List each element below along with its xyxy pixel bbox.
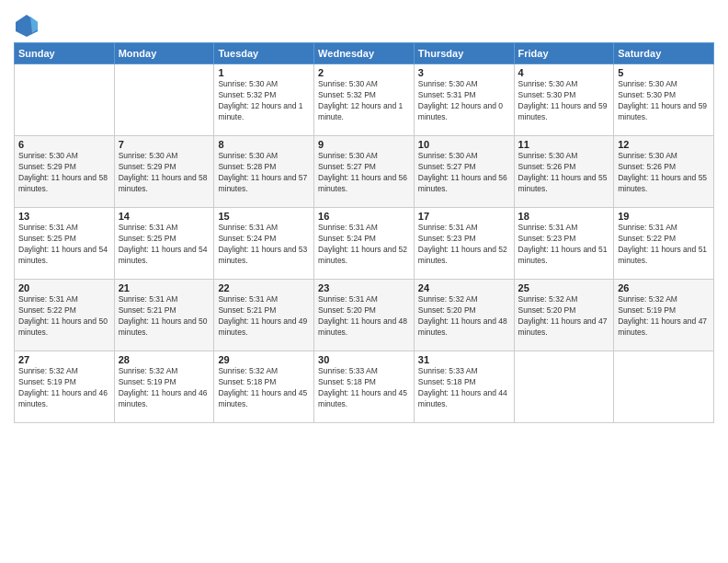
weekday-header-thursday: Thursday xyxy=(414,43,514,64)
day-info: Sunrise: 5:31 AMSunset: 5:21 PMDaylight:… xyxy=(119,294,210,339)
day-number: 10 xyxy=(418,139,510,150)
day-info: Sunrise: 5:33 AMSunset: 5:18 PMDaylight:… xyxy=(318,366,410,410)
day-info: Sunrise: 5:30 AMSunset: 5:30 PMDaylight:… xyxy=(618,79,710,123)
week-row-4: 20Sunrise: 5:31 AMSunset: 5:22 PMDayligh… xyxy=(15,280,714,351)
day-number: 23 xyxy=(318,282,410,293)
calendar-cell: 15Sunrise: 5:31 AMSunset: 5:24 PMDayligh… xyxy=(214,208,314,280)
calendar-cell: 16Sunrise: 5:31 AMSunset: 5:24 PMDayligh… xyxy=(314,208,415,280)
page-container: SundayMondayTuesdayWednesdayThursdayFrid… xyxy=(0,0,728,432)
day-number: 19 xyxy=(618,211,710,222)
day-number: 3 xyxy=(418,67,510,78)
calendar-cell: 1Sunrise: 5:30 AMSunset: 5:32 PMDaylight… xyxy=(214,64,314,136)
day-info: Sunrise: 5:31 AMSunset: 5:25 PMDaylight:… xyxy=(119,223,210,267)
day-info: Sunrise: 5:32 AMSunset: 5:18 PMDaylight:… xyxy=(218,366,310,410)
calendar-cell: 12Sunrise: 5:30 AMSunset: 5:26 PMDayligh… xyxy=(614,136,714,208)
day-number: 14 xyxy=(119,211,210,222)
day-number: 5 xyxy=(618,67,710,78)
day-number: 26 xyxy=(618,282,710,293)
day-number: 16 xyxy=(318,211,410,222)
calendar-cell xyxy=(114,64,214,136)
day-info: Sunrise: 5:32 AMSunset: 5:20 PMDaylight:… xyxy=(518,294,610,339)
day-number: 2 xyxy=(318,67,410,78)
weekday-header-friday: Friday xyxy=(514,43,614,64)
calendar-cell: 20Sunrise: 5:31 AMSunset: 5:22 PMDayligh… xyxy=(15,280,115,351)
calendar-cell: 24Sunrise: 5:32 AMSunset: 5:20 PMDayligh… xyxy=(414,280,514,351)
week-row-2: 6Sunrise: 5:30 AMSunset: 5:29 PMDaylight… xyxy=(15,136,714,208)
calendar-table: SundayMondayTuesdayWednesdayThursdayFrid… xyxy=(14,42,714,423)
day-info: Sunrise: 5:30 AMSunset: 5:28 PMDaylight:… xyxy=(218,151,310,195)
day-number: 9 xyxy=(318,139,410,150)
day-number: 29 xyxy=(218,354,310,365)
calendar-cell: 7Sunrise: 5:30 AMSunset: 5:29 PMDaylight… xyxy=(114,136,214,208)
day-info: Sunrise: 5:32 AMSunset: 5:20 PMDaylight:… xyxy=(418,294,510,339)
day-number: 22 xyxy=(218,282,310,293)
day-info: Sunrise: 5:30 AMSunset: 5:31 PMDaylight:… xyxy=(418,79,510,123)
day-info: Sunrise: 5:32 AMSunset: 5:19 PMDaylight:… xyxy=(618,294,710,339)
calendar-cell: 21Sunrise: 5:31 AMSunset: 5:21 PMDayligh… xyxy=(114,280,214,351)
day-number: 27 xyxy=(18,354,110,365)
day-info: Sunrise: 5:30 AMSunset: 5:30 PMDaylight:… xyxy=(518,79,610,123)
weekday-header-tuesday: Tuesday xyxy=(214,43,314,64)
calendar-cell: 2Sunrise: 5:30 AMSunset: 5:32 PMDaylight… xyxy=(314,64,415,136)
day-number: 30 xyxy=(318,354,410,365)
day-number: 15 xyxy=(218,211,310,222)
day-number: 4 xyxy=(518,67,610,78)
day-info: Sunrise: 5:31 AMSunset: 5:22 PMDaylight:… xyxy=(618,223,710,267)
calendar-cell: 26Sunrise: 5:32 AMSunset: 5:19 PMDayligh… xyxy=(614,280,714,351)
day-number: 11 xyxy=(518,139,610,150)
day-info: Sunrise: 5:31 AMSunset: 5:24 PMDaylight:… xyxy=(318,223,410,267)
calendar-cell: 31Sunrise: 5:33 AMSunset: 5:18 PMDayligh… xyxy=(414,351,514,423)
day-number: 31 xyxy=(418,354,510,365)
day-info: Sunrise: 5:30 AMSunset: 5:27 PMDaylight:… xyxy=(318,151,410,195)
week-row-5: 27Sunrise: 5:32 AMSunset: 5:19 PMDayligh… xyxy=(15,351,714,423)
day-info: Sunrise: 5:31 AMSunset: 5:23 PMDaylight:… xyxy=(518,223,610,267)
weekday-header-wednesday: Wednesday xyxy=(314,43,415,64)
day-info: Sunrise: 5:30 AMSunset: 5:26 PMDaylight:… xyxy=(518,151,610,195)
calendar-cell: 10Sunrise: 5:30 AMSunset: 5:27 PMDayligh… xyxy=(414,136,514,208)
day-number: 6 xyxy=(18,139,110,150)
weekday-header-saturday: Saturday xyxy=(614,43,714,64)
day-number: 28 xyxy=(119,354,210,365)
weekday-header-monday: Monday xyxy=(114,43,214,64)
calendar-cell: 4Sunrise: 5:30 AMSunset: 5:30 PMDaylight… xyxy=(514,64,614,136)
day-info: Sunrise: 5:30 AMSunset: 5:29 PMDaylight:… xyxy=(119,151,210,195)
calendar-cell: 22Sunrise: 5:31 AMSunset: 5:21 PMDayligh… xyxy=(214,280,314,351)
calendar-cell: 5Sunrise: 5:30 AMSunset: 5:30 PMDaylight… xyxy=(614,64,714,136)
day-info: Sunrise: 5:33 AMSunset: 5:18 PMDaylight:… xyxy=(418,366,510,410)
week-row-1: 1Sunrise: 5:30 AMSunset: 5:32 PMDaylight… xyxy=(15,64,714,136)
day-info: Sunrise: 5:30 AMSunset: 5:27 PMDaylight:… xyxy=(418,151,510,195)
day-info: Sunrise: 5:31 AMSunset: 5:24 PMDaylight:… xyxy=(218,223,310,267)
calendar-cell: 18Sunrise: 5:31 AMSunset: 5:23 PMDayligh… xyxy=(514,208,614,280)
logo xyxy=(14,13,43,39)
day-number: 25 xyxy=(518,282,610,293)
week-row-3: 13Sunrise: 5:31 AMSunset: 5:25 PMDayligh… xyxy=(15,208,714,280)
calendar-cell: 19Sunrise: 5:31 AMSunset: 5:22 PMDayligh… xyxy=(614,208,714,280)
day-info: Sunrise: 5:30 AMSunset: 5:32 PMDaylight:… xyxy=(318,79,410,123)
calendar-cell: 27Sunrise: 5:32 AMSunset: 5:19 PMDayligh… xyxy=(15,351,115,423)
calendar-cell xyxy=(514,351,614,423)
weekday-header-row: SundayMondayTuesdayWednesdayThursdayFrid… xyxy=(15,43,714,64)
day-number: 7 xyxy=(119,139,210,150)
day-number: 17 xyxy=(418,211,510,222)
day-info: Sunrise: 5:31 AMSunset: 5:20 PMDaylight:… xyxy=(318,294,410,339)
day-info: Sunrise: 5:30 AMSunset: 5:26 PMDaylight:… xyxy=(618,151,710,195)
calendar-cell: 3Sunrise: 5:30 AMSunset: 5:31 PMDaylight… xyxy=(414,64,514,136)
day-info: Sunrise: 5:30 AMSunset: 5:32 PMDaylight:… xyxy=(218,79,310,123)
calendar-cell: 14Sunrise: 5:31 AMSunset: 5:25 PMDayligh… xyxy=(114,208,214,280)
calendar-cell: 11Sunrise: 5:30 AMSunset: 5:26 PMDayligh… xyxy=(514,136,614,208)
calendar-cell: 30Sunrise: 5:33 AMSunset: 5:18 PMDayligh… xyxy=(314,351,415,423)
day-info: Sunrise: 5:31 AMSunset: 5:23 PMDaylight:… xyxy=(418,223,510,267)
weekday-header-sunday: Sunday xyxy=(15,43,115,64)
day-number: 1 xyxy=(218,67,310,78)
calendar-cell: 25Sunrise: 5:32 AMSunset: 5:20 PMDayligh… xyxy=(514,280,614,351)
day-info: Sunrise: 5:30 AMSunset: 5:29 PMDaylight:… xyxy=(18,151,110,195)
calendar-cell xyxy=(15,64,115,136)
day-info: Sunrise: 5:32 AMSunset: 5:19 PMDaylight:… xyxy=(119,366,210,410)
day-number: 13 xyxy=(18,211,110,222)
logo-icon xyxy=(14,13,40,39)
day-number: 20 xyxy=(18,282,110,293)
calendar-cell: 29Sunrise: 5:32 AMSunset: 5:18 PMDayligh… xyxy=(214,351,314,423)
calendar-cell: 13Sunrise: 5:31 AMSunset: 5:25 PMDayligh… xyxy=(15,208,115,280)
day-number: 24 xyxy=(418,282,510,293)
day-info: Sunrise: 5:32 AMSunset: 5:19 PMDaylight:… xyxy=(18,366,110,410)
